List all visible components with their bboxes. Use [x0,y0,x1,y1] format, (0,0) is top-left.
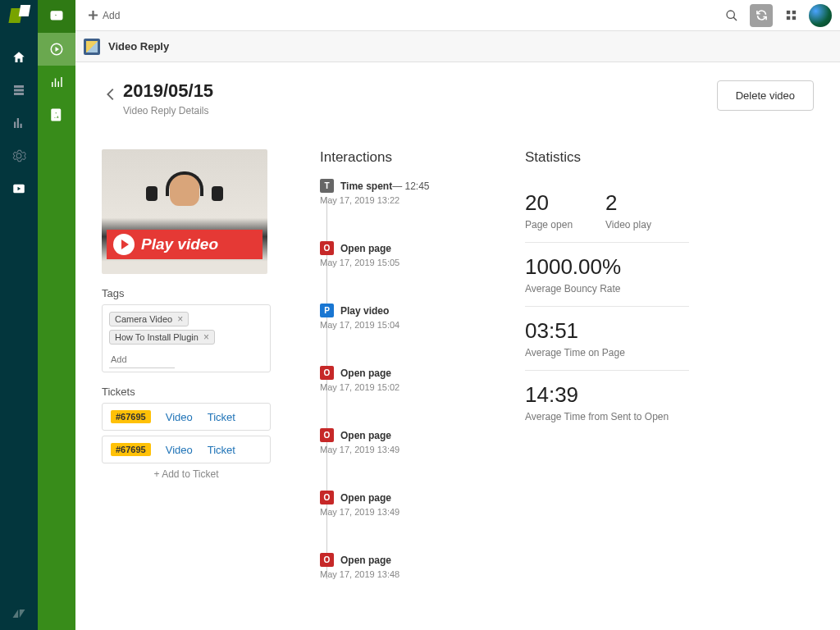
ticket-video-link[interactable]: Video [166,411,193,423]
rail-settings[interactable] [0,139,38,172]
user-avatar[interactable] [809,4,832,27]
interaction-type-badge: O [320,491,334,504]
stat-video-play-label: Video play [605,219,651,231]
svg-rect-9 [792,16,795,20]
video-thumbnail[interactable]: Play video [102,149,267,274]
interaction-timestamp: May 17, 2019 15:05 [320,258,476,267]
interaction-title: Open page [340,555,391,566]
add-ticket-button[interactable]: + Add to Ticket [102,468,271,480]
plus-icon [89,11,98,20]
back-button[interactable] [102,85,120,103]
interaction-title: Open page [340,430,391,441]
interaction-title: Open page [340,243,391,254]
stat-bouncy-label: Average Bouncy Rate [525,283,689,294]
interaction-item: OOpen pageMay 17, 2019 15:05 [320,241,476,267]
tag-chip[interactable]: How To Install Plugin× [109,330,215,345]
ticket-badge: #67695 [111,410,151,423]
stat-bouncy-value: 1000.00% [525,254,689,280]
interaction-type-badge: O [320,428,334,442]
interaction-type-badge: O [320,553,334,567]
subside-video-list[interactable] [38,33,75,66]
subside-media[interactable] [38,98,75,131]
page-subtitle: Video Reply Details [123,105,213,116]
interaction-type-badge: P [320,304,334,317]
interaction-type-badge: T [320,179,334,193]
subside-chat[interactable] [38,0,75,33]
stat-video-play-value: 2 [605,190,651,216]
interaction-item: PPlay videoMay 17, 2019 15:04 [320,304,476,330]
secondary-sidebar [38,0,75,630]
app-title-bar: Video Reply [75,31,840,62]
interactions-timeline: TTime spent— 12:45May 17, 2019 13:22OOpe… [320,179,476,579]
topbar: Add [75,0,840,31]
interaction-type-badge: O [320,366,334,380]
subside-analytics[interactable] [38,66,75,98]
ticket-link[interactable]: Ticket [208,444,235,456]
zendesk-logo-icon[interactable] [0,597,38,630]
rail-views[interactable] [0,74,38,107]
play-icon [113,234,135,255]
interaction-title: Play video [340,305,389,317]
svg-rect-7 [792,11,795,14]
interaction-timestamp: May 17, 2019 13:49 [320,507,476,517]
tags-box: Camera Video× How To Install Plugin× [102,304,271,372]
rail-reports[interactable] [0,107,38,139]
ticket-badge: #67695 [111,443,151,456]
apps-icon[interactable] [779,4,802,27]
interaction-item: OOpen pageMay 17, 2019 13:48 [320,553,476,579]
stat-page-open-label: Page open [525,219,573,231]
svg-rect-6 [786,11,789,14]
tag-remove-icon[interactable]: × [203,332,209,342]
tags-label: Tags [102,287,271,299]
page-title: 2019/05/15 [123,80,213,102]
add-label: Add [103,10,120,21]
interaction-item: OOpen pageMay 17, 2019 15:02 [320,366,476,392]
interaction-type-badge: O [320,241,334,255]
stat-avgtime-label: Average Time on Page [525,347,689,358]
ticket-row: #67695 Video Ticket [102,403,271,431]
ticket-row: #67695 Video Ticket [102,436,271,463]
app-title-icon [84,39,100,55]
thumb-overlay-text: Play video [141,235,218,253]
primary-rail [0,0,38,630]
tag-chip[interactable]: Camera Video× [109,312,189,326]
rail-video-app[interactable] [0,172,38,205]
interactions-title: Interactions [320,149,476,166]
tag-remove-icon[interactable]: × [177,314,183,324]
interaction-title: Open page [340,368,391,379]
app-logo-icon[interactable] [8,5,30,26]
rail-home[interactable] [0,41,38,74]
delete-video-button[interactable]: Delete video [717,80,814,111]
interaction-timestamp: May 17, 2019 15:04 [320,320,476,330]
add-button[interactable]: Add [89,10,120,21]
interaction-timestamp: May 17, 2019 15:02 [320,382,476,392]
tag-input[interactable] [109,351,175,368]
interaction-item: OOpen pageMay 17, 2019 13:49 [320,428,476,454]
interaction-item: OOpen pageMay 17, 2019 13:49 [320,491,476,517]
interaction-timestamp: May 17, 2019 13:48 [320,569,476,579]
stat-avgtime-value: 03:51 [525,318,689,344]
stat-page-open-value: 20 [525,190,573,216]
interaction-timestamp: May 17, 2019 13:49 [320,445,476,454]
interaction-title: Open page [340,492,391,504]
interaction-title: Time spent— 12:45 [340,180,430,192]
svg-point-4 [55,112,57,114]
svg-point-5 [727,11,734,18]
statistics-title: Statistics [525,149,689,166]
app-title: Video Reply [108,40,169,52]
stat-senttoopen-label: Average Time from Sent to Open [525,411,689,422]
interaction-item: TTime spent— 12:45May 17, 2019 13:22 [320,179,476,205]
interaction-timestamp: May 17, 2019 13:22 [320,195,476,205]
stat-senttoopen-value: 14:39 [525,382,689,408]
tickets-label: Tickets [102,386,271,398]
refresh-icon[interactable] [750,4,773,27]
search-icon[interactable] [720,4,743,27]
ticket-link[interactable]: Ticket [208,411,235,423]
ticket-video-link[interactable]: Video [166,444,193,456]
svg-rect-8 [786,16,789,20]
